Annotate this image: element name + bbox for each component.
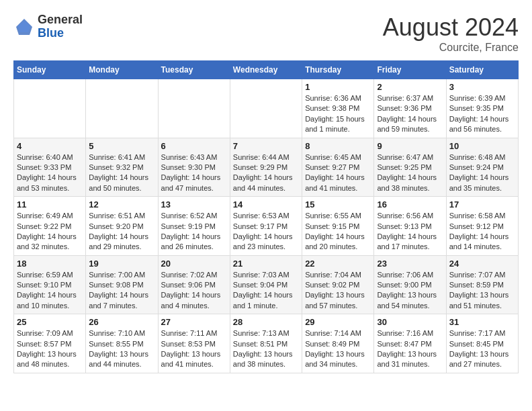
day-number: 11 [17, 199, 83, 210]
day-number: 10 [449, 141, 515, 151]
day-number: 24 [449, 259, 515, 269]
day-info: Sunrise: 7:17 AMSunset: 8:45 PMDaylight:… [449, 328, 515, 370]
day-cell: 13Sunrise: 6:52 AMSunset: 9:19 PMDayligh… [158, 197, 230, 256]
title-block: August 2024 Courcite, France [383, 13, 519, 54]
day-info: Sunrise: 7:09 AMSunset: 8:57 PMDaylight:… [17, 328, 83, 370]
day-cell: 26Sunrise: 7:10 AMSunset: 8:55 PMDayligh… [86, 314, 158, 373]
day-number: 18 [17, 259, 83, 269]
day-cell: 17Sunrise: 6:58 AMSunset: 9:12 PMDayligh… [446, 197, 518, 256]
day-number: 12 [89, 199, 154, 210]
day-cell: 29Sunrise: 7:14 AMSunset: 8:49 PMDayligh… [302, 314, 374, 373]
day-info: Sunrise: 6:37 AMSunset: 9:36 PMDaylight:… [377, 93, 443, 135]
day-info: Sunrise: 7:14 AMSunset: 8:49 PMDaylight:… [305, 328, 371, 370]
day-info: Sunrise: 7:07 AMSunset: 8:59 PMDaylight:… [449, 270, 515, 312]
day-cell: 14Sunrise: 6:53 AMSunset: 9:17 PMDayligh… [230, 197, 302, 256]
day-cell: 16Sunrise: 6:56 AMSunset: 9:13 PMDayligh… [374, 197, 446, 256]
day-info: Sunrise: 6:40 AMSunset: 9:33 PMDaylight:… [17, 152, 83, 194]
day-cell [86, 79, 158, 138]
day-info: Sunrise: 6:56 AMSunset: 9:13 PMDaylight:… [377, 211, 443, 253]
day-info: Sunrise: 6:58 AMSunset: 9:12 PMDaylight:… [449, 211, 515, 253]
day-number: 17 [449, 199, 515, 210]
day-info: Sunrise: 6:52 AMSunset: 9:19 PMDaylight:… [161, 211, 227, 253]
svg-marker-1 [17, 20, 30, 32]
day-number: 20 [161, 259, 227, 269]
day-info: Sunrise: 7:13 AMSunset: 8:51 PMDaylight:… [233, 328, 299, 370]
day-cell [230, 79, 302, 138]
day-number: 25 [17, 317, 83, 327]
header-day-friday: Friday [374, 61, 446, 79]
logo-text: General Blue [38, 13, 83, 40]
header-day-monday: Monday [86, 61, 158, 79]
day-info: Sunrise: 6:43 AMSunset: 9:30 PMDaylight:… [161, 152, 227, 194]
day-info: Sunrise: 7:11 AMSunset: 8:53 PMDaylight:… [161, 328, 227, 370]
day-cell: 15Sunrise: 6:55 AMSunset: 9:15 PMDayligh… [302, 197, 374, 256]
day-number: 28 [233, 317, 299, 327]
day-number: 8 [305, 141, 371, 151]
day-cell: 8Sunrise: 6:45 AMSunset: 9:27 PMDaylight… [302, 138, 374, 197]
header-day-thursday: Thursday [302, 61, 374, 79]
day-info: Sunrise: 6:45 AMSunset: 9:27 PMDaylight:… [305, 152, 371, 194]
week-row-4: 18Sunrise: 6:59 AMSunset: 9:10 PMDayligh… [14, 255, 519, 314]
day-info: Sunrise: 7:00 AMSunset: 9:08 PMDaylight:… [89, 270, 154, 312]
day-cell: 18Sunrise: 6:59 AMSunset: 9:10 PMDayligh… [14, 255, 86, 314]
day-number: 13 [161, 199, 227, 210]
logo: General Blue [13, 13, 83, 40]
day-number: 27 [161, 317, 227, 327]
day-number: 21 [233, 259, 299, 269]
day-number: 30 [377, 317, 443, 327]
day-info: Sunrise: 6:53 AMSunset: 9:17 PMDaylight:… [233, 211, 299, 253]
header-day-sunday: Sunday [14, 61, 86, 79]
week-row-3: 11Sunrise: 6:49 AMSunset: 9:22 PMDayligh… [14, 197, 519, 256]
day-cell [158, 79, 230, 138]
day-cell: 12Sunrise: 6:51 AMSunset: 9:20 PMDayligh… [86, 197, 158, 256]
header-row: SundayMondayTuesdayWednesdayThursdayFrid… [14, 61, 519, 79]
day-number: 1 [305, 82, 371, 92]
day-number: 23 [377, 259, 443, 269]
calendar-title: August 2024 [383, 13, 519, 42]
day-info: Sunrise: 6:41 AMSunset: 9:32 PMDaylight:… [89, 152, 154, 194]
day-info: Sunrise: 6:49 AMSunset: 9:22 PMDaylight:… [17, 211, 83, 253]
day-info: Sunrise: 6:59 AMSunset: 9:10 PMDaylight:… [17, 270, 83, 312]
logo-blue: Blue [38, 26, 64, 40]
header-day-wednesday: Wednesday [230, 61, 302, 79]
day-info: Sunrise: 6:39 AMSunset: 9:35 PMDaylight:… [449, 93, 515, 135]
day-cell: 2Sunrise: 6:37 AMSunset: 9:36 PMDaylight… [374, 79, 446, 138]
day-cell: 5Sunrise: 6:41 AMSunset: 9:32 PMDaylight… [86, 138, 158, 197]
day-cell: 25Sunrise: 7:09 AMSunset: 8:57 PMDayligh… [14, 314, 86, 373]
day-number: 2 [377, 82, 443, 92]
day-info: Sunrise: 7:04 AMSunset: 9:02 PMDaylight:… [305, 270, 371, 312]
week-row-2: 4Sunrise: 6:40 AMSunset: 9:33 PMDaylight… [14, 138, 519, 197]
day-cell: 23Sunrise: 7:06 AMSunset: 9:00 PMDayligh… [374, 255, 446, 314]
logo-general: General [38, 13, 83, 26]
day-info: Sunrise: 6:44 AMSunset: 9:29 PMDaylight:… [233, 152, 299, 194]
calendar-header: SundayMondayTuesdayWednesdayThursdayFrid… [14, 61, 519, 79]
day-cell: 3Sunrise: 6:39 AMSunset: 9:35 PMDaylight… [446, 79, 518, 138]
header-day-saturday: Saturday [446, 61, 518, 79]
day-cell: 24Sunrise: 7:07 AMSunset: 8:59 PMDayligh… [446, 255, 518, 314]
day-number: 5 [89, 141, 154, 151]
day-cell: 7Sunrise: 6:44 AMSunset: 9:29 PMDaylight… [230, 138, 302, 197]
day-cell: 21Sunrise: 7:03 AMSunset: 9:04 PMDayligh… [230, 255, 302, 314]
day-info: Sunrise: 7:16 AMSunset: 8:47 PMDaylight:… [377, 328, 443, 370]
day-info: Sunrise: 6:48 AMSunset: 9:24 PMDaylight:… [449, 152, 515, 194]
day-info: Sunrise: 7:10 AMSunset: 8:55 PMDaylight:… [89, 328, 154, 370]
day-cell: 1Sunrise: 6:36 AMSunset: 9:38 PMDaylight… [302, 79, 374, 138]
day-info: Sunrise: 7:03 AMSunset: 9:04 PMDaylight:… [233, 270, 299, 312]
day-info: Sunrise: 6:51 AMSunset: 9:20 PMDaylight:… [89, 211, 154, 253]
day-cell: 31Sunrise: 7:17 AMSunset: 8:45 PMDayligh… [446, 314, 518, 373]
day-cell: 4Sunrise: 6:40 AMSunset: 9:33 PMDaylight… [14, 138, 86, 197]
day-info: Sunrise: 7:06 AMSunset: 9:00 PMDaylight:… [377, 270, 443, 312]
calendar-subtitle: Courcite, France [383, 42, 519, 54]
day-cell: 10Sunrise: 6:48 AMSunset: 9:24 PMDayligh… [446, 138, 518, 197]
day-info: Sunrise: 7:02 AMSunset: 9:06 PMDaylight:… [161, 270, 227, 312]
day-info: Sunrise: 6:55 AMSunset: 9:15 PMDaylight:… [305, 211, 371, 253]
day-number: 4 [17, 141, 83, 151]
day-number: 31 [449, 317, 515, 327]
week-row-1: 1Sunrise: 6:36 AMSunset: 9:38 PMDaylight… [14, 79, 519, 138]
logo-icon [13, 16, 35, 38]
calendar-body: 1Sunrise: 6:36 AMSunset: 9:38 PMDaylight… [14, 79, 519, 373]
day-number: 14 [233, 199, 299, 210]
day-cell: 6Sunrise: 6:43 AMSunset: 9:30 PMDaylight… [158, 138, 230, 197]
day-number: 3 [449, 82, 515, 92]
day-number: 9 [377, 141, 443, 151]
